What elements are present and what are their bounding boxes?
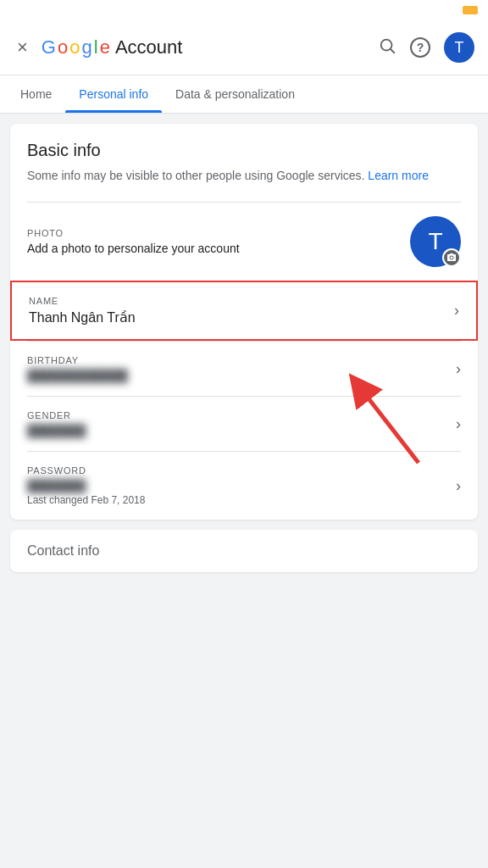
user-avatar[interactable]: T — [444, 32, 474, 63]
battery-icon — [463, 6, 478, 14]
header: × Google Account ? T — [0, 20, 488, 75]
card-description: Some info may be visible to other people… — [27, 167, 461, 185]
card-wrapper: Basic info Some info may be visible to o… — [10, 124, 478, 520]
photo-info: PHOTO Add a photo to personalize your ac… — [27, 228, 410, 255]
description-text: Some info may be visible to other people… — [27, 169, 364, 182]
svg-line-1 — [391, 49, 394, 53]
name-row-highlight: NAME Thanh Ngân Trần › — [10, 281, 478, 341]
close-button[interactable]: × — [14, 33, 31, 62]
header-icons: ? T — [378, 32, 474, 63]
gender-row[interactable]: GENDER ███████ › — [27, 396, 461, 451]
tab-home[interactable]: Home — [7, 75, 65, 113]
logo-g: G — [42, 36, 56, 58]
password-info: PASSWORD ███████ Last changed Feb 7, 201… — [27, 465, 456, 506]
learn-more-link[interactable]: Learn more — [368, 169, 429, 182]
birthday-chevron-icon: › — [456, 360, 461, 378]
password-chevron-icon: › — [456, 477, 461, 495]
logo-o2: o — [69, 36, 80, 58]
help-button[interactable]: ? — [410, 37, 430, 58]
basic-info-card: Basic info Some info may be visible to o… — [10, 124, 478, 520]
main-content: Basic info Some info may be visible to o… — [0, 114, 488, 582]
search-button[interactable] — [378, 36, 396, 59]
photo-avatar[interactable]: T — [410, 216, 461, 267]
google-logo: Google Account — [42, 36, 368, 58]
birthday-info: BIRTHDAY ████████████ — [27, 355, 456, 382]
password-meta: Last changed Feb 7, 2018 — [27, 494, 456, 506]
password-row[interactable]: PASSWORD ███████ Last changed Feb 7, 201… — [27, 451, 461, 520]
birthday-label: BIRTHDAY — [27, 355, 456, 365]
contact-info-section: Contact info — [10, 530, 478, 572]
photo-row[interactable]: PHOTO Add a photo to personalize your ac… — [27, 202, 461, 281]
logo-l: l — [94, 36, 98, 58]
name-label: NAME — [29, 296, 454, 306]
name-value: Thanh Ngân Trần — [29, 309, 454, 326]
logo-g2: g — [81, 36, 92, 58]
contact-info-partial-label: Contact info — [27, 543, 461, 559]
svg-point-0 — [381, 39, 392, 50]
gender-chevron-icon: › — [456, 415, 461, 433]
tab-personal-info[interactable]: Personal info — [65, 75, 162, 113]
birthday-value: ████████████ — [27, 369, 456, 382]
name-row[interactable]: NAME Thanh Ngân Trần › — [29, 282, 459, 339]
gender-label: GENDER — [27, 410, 456, 420]
gender-value: ███████ — [27, 424, 456, 437]
logo-e: e — [100, 36, 110, 58]
card-title: Basic info — [27, 141, 461, 160]
photo-label: PHOTO — [27, 228, 410, 238]
camera-icon — [442, 248, 461, 267]
password-value: ███████ — [27, 479, 456, 492]
name-chevron-icon: › — [454, 302, 459, 320]
gender-info: GENDER ███████ — [27, 410, 456, 437]
status-bar — [0, 0, 488, 20]
password-label: PASSWORD — [27, 465, 456, 476]
tab-data-personalization[interactable]: Data & personalization — [162, 75, 308, 113]
name-info: NAME Thanh Ngân Trần — [29, 296, 454, 326]
tab-bar: Home Personal info Data & personalizatio… — [0, 75, 488, 114]
account-text: Account — [115, 36, 183, 58]
birthday-row[interactable]: BIRTHDAY ████████████ › — [27, 341, 461, 396]
photo-description: Add a photo to personalize your account — [27, 242, 410, 255]
logo-o1: o — [58, 36, 68, 58]
